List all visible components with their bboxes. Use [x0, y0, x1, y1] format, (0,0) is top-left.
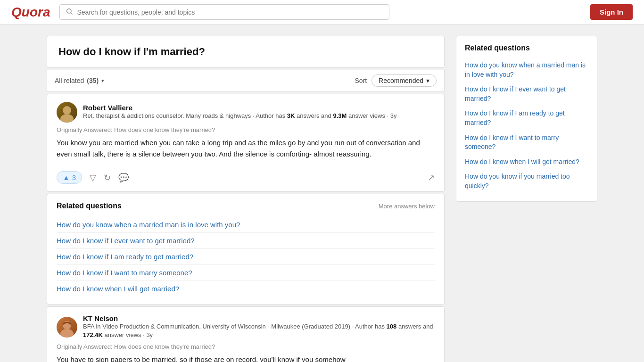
sort-section: Sort Recommended ▾ — [355, 74, 437, 87]
sort-chevron-icon: ▾ — [426, 77, 429, 84]
related-link-2[interactable]: How do I know if I ever want to get marr… — [57, 233, 435, 249]
related-main-header: Related questions More answers below — [57, 202, 435, 210]
answer-card-robert: Robert Valliere Ret. therapist & addicti… — [47, 94, 445, 192]
comment-button-robert[interactable]: 💬 — [118, 173, 129, 183]
header: Quora Sign In — [0, 0, 644, 25]
answer-text-kt: You have to sign papers to be married, s… — [57, 354, 435, 362]
sort-label: Sort — [355, 77, 367, 84]
svg-line-1 — [71, 13, 73, 14]
related-link-3[interactable]: How do I know if I am ready to get marri… — [57, 249, 435, 265]
related-link-1[interactable]: How do you know when a married man is in… — [57, 217, 435, 233]
sidebar-link-6[interactable]: How do you know if you married too quick… — [465, 169, 588, 193]
sidebar: Related questions How do you know when a… — [456, 36, 597, 362]
upvote-button-robert[interactable]: ▲ 3 — [57, 171, 82, 184]
author-name-robert[interactable]: Robert Valliere — [83, 104, 435, 112]
svg-point-3 — [60, 114, 74, 123]
filter-bar: All related (35) ▾ Sort Recommended ▾ — [47, 70, 445, 92]
related-link-4[interactable]: How do I know if I want to marry someone… — [57, 265, 435, 281]
related-questions-main: Related questions More answers below How… — [47, 194, 445, 304]
main-content: How do I know if I'm married? All relate… — [47, 36, 445, 362]
author-name-kt[interactable]: KT Nelson — [83, 314, 435, 322]
upvote-count-robert: 3 — [72, 173, 76, 181]
originally-answered-robert: Originally Answered: How does one know t… — [57, 126, 435, 133]
avatar-kt — [57, 317, 77, 337]
sort-dropdown[interactable]: Recommended ▾ — [372, 74, 437, 87]
sidebar-link-1[interactable]: How do you know when a married man is in… — [465, 58, 588, 82]
reshare-button-robert[interactable]: ↻ — [104, 173, 111, 183]
sidebar-link-3[interactable]: How do I know if I am ready to get marri… — [465, 106, 588, 130]
chevron-down-icon: ▾ — [101, 78, 104, 84]
page-container: How do I know if I'm married? All relate… — [39, 25, 605, 362]
quora-logo: Quora — [11, 5, 50, 20]
all-related-dropdown[interactable]: All related (35) ▾ — [55, 77, 104, 84]
svg-point-2 — [63, 106, 71, 115]
author-info-robert: Robert Valliere Ret. therapist & addicti… — [83, 104, 435, 120]
sign-in-button[interactable]: Sign In — [590, 4, 633, 20]
comment-icon: 💬 — [118, 173, 129, 183]
originally-answered-kt: Originally Answered: How does one know t… — [57, 343, 435, 350]
upvote-icon: ▲ — [63, 173, 70, 181]
header-right: Sign In — [590, 4, 633, 20]
share-icon: ↗ — [428, 173, 435, 183]
question-title: How do I know if I'm married? — [58, 46, 433, 58]
answer-text-robert: You know you are married when you can ta… — [57, 137, 435, 160]
sidebar-card: Related questions How do you know when a… — [456, 36, 597, 202]
related-link-5[interactable]: How do I know when I will get married? — [57, 281, 435, 296]
search-icon — [66, 8, 73, 16]
sidebar-link-2[interactable]: How do I know if I ever want to get marr… — [465, 82, 588, 106]
answer-count: (35) — [87, 77, 99, 84]
all-related-label: All related — [55, 77, 84, 84]
svg-point-5 — [60, 329, 74, 337]
avatar-robert — [57, 102, 77, 123]
author-bio-robert: Ret. therapist & addictions counselor. M… — [83, 112, 435, 120]
sort-value: Recommended — [379, 77, 423, 84]
sidebar-link-4[interactable]: How do I know if I want to marry someone… — [465, 131, 588, 155]
sidebar-title: Related questions — [465, 44, 588, 52]
downvote-icon: ▽ — [90, 173, 96, 183]
author-bio-kt: BFA in Video Production & Communication,… — [83, 322, 435, 339]
author-info-kt: KT Nelson BFA in Video Production & Comm… — [83, 314, 435, 339]
author-row-robert: Robert Valliere Ret. therapist & addicti… — [57, 102, 435, 123]
reshare-icon: ↻ — [104, 173, 111, 183]
search-input[interactable] — [77, 8, 383, 16]
search-bar[interactable] — [59, 4, 389, 20]
author-row-kt: KT Nelson BFA in Video Production & Comm… — [57, 314, 435, 339]
related-main-title: Related questions — [57, 202, 122, 210]
downvote-button-robert[interactable]: ▽ — [90, 173, 96, 183]
sidebar-link-5[interactable]: How do I know when I will get married? — [465, 155, 588, 170]
answer-card-kt: KT Nelson BFA in Video Production & Comm… — [47, 306, 445, 362]
answer-actions-robert: ▲ 3 ▽ ↻ 💬 ↗ — [57, 166, 435, 184]
more-answers-label: More answers below — [379, 203, 435, 210]
question-box: How do I know if I'm married? — [47, 36, 445, 68]
share-button-robert[interactable]: ↗ — [428, 173, 435, 183]
